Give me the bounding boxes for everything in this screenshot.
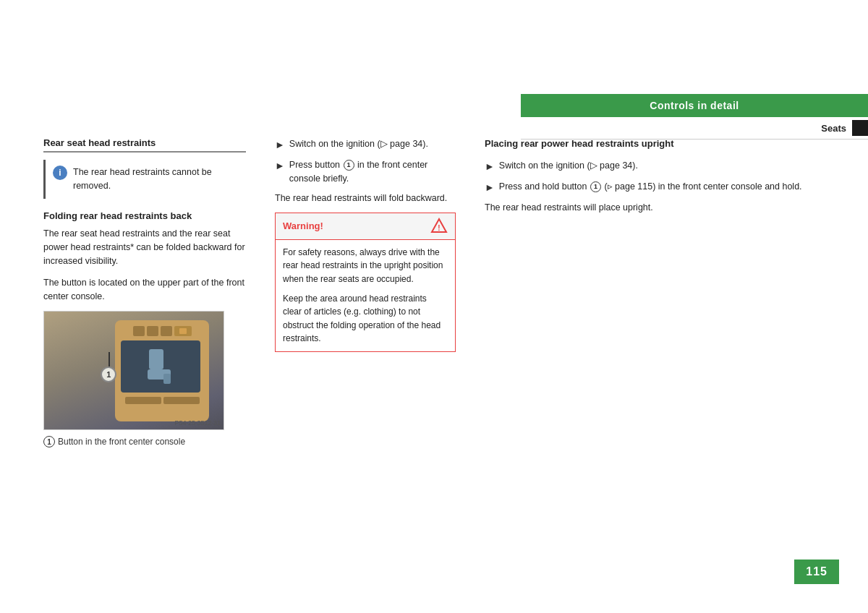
warning-text-2: Keep the area around head restraints cle… [283,292,448,346]
console-image: 1 P54·25·3512·31 [43,311,224,430]
arrow-icon-1: ► [275,137,285,153]
section-title: Rear seat head restraints [43,137,246,153]
warning-header: Warning! ! [276,213,455,240]
warning-title: Warning! [283,220,323,231]
body-text-1: The rear seat head restraints and the re… [43,227,246,269]
svg-rect-0 [149,349,163,369]
middle-bullet-2-text: Press button 1 in the front center conso… [289,158,456,186]
middle-column: ► Switch on the ignition (▷ page 34). ► … [275,137,456,459]
image-caption: 1 Button in the front center console [43,436,246,447]
middle-bullet-1: ► Switch on the ignition (▷ page 34). [275,137,456,153]
console-image-inner: 1 P54·25·3512·31 [44,312,224,429]
left-column: Rear seat head restraints i The rear hea… [43,137,246,459]
controls-in-detail-label: Controls in detail [521,94,868,117]
right-note: The rear head restraints will place upri… [485,201,825,215]
arrow-icon-2: ► [275,158,285,186]
middle-bullet-1-text: Switch on the ignition (▷ page 34). [289,137,428,153]
right-bullet-1: ► Switch on the ignition (▷ page 34). [485,159,825,174]
seats-color-block [852,120,868,136]
main-content: Rear seat head restraints i The rear hea… [0,137,868,459]
right-bullet-2-text: Press and hold button 1 (▹ page 115) in … [499,180,802,195]
button-circle-2: 1 [590,181,601,192]
info-box: i The rear head restraints cannot be rem… [43,160,246,199]
caption-circle-1: 1 [43,436,55,447]
arrow-icon-3: ► [485,159,495,174]
warning-triangle-icon: ! [430,218,448,235]
seats-bar: Seats [521,117,868,140]
warning-body: For safety reasons, always drive with th… [276,240,455,351]
warning-text-1: For safety reasons, always drive with th… [283,246,448,286]
header-bar: Controls in detail Seats [521,94,868,140]
right-column: Placing rear power head restraints uprig… [485,137,825,459]
arrow-icon-4: ► [485,180,495,195]
body-text-2: The button is located on the upper part … [43,276,246,304]
middle-bullet-2: ► Press button 1 in the front center con… [275,158,456,186]
caption-text: Button in the front center console [58,437,185,447]
image-code: P54·25·3512·31 [174,419,221,426]
seats-label: Seats [821,123,846,134]
right-bullet-2: ► Press and hold button 1 (▹ page 115) i… [485,180,825,195]
button-circle-1: 1 [344,160,354,171]
info-icon: i [53,166,67,180]
subsection-title: Folding rear head restraints back [43,210,246,221]
info-text: The rear head restraints cannot be remov… [73,166,239,193]
right-bullet-1-text: Switch on the ignition (▷ page 34). [499,159,638,174]
right-heading: Placing rear power head restraints uprig… [485,137,825,150]
svg-text:!: ! [438,224,440,232]
warning-box: Warning! ! For safety reasons, always dr… [275,213,456,352]
middle-note: The rear head restraints will fold backw… [275,192,456,205]
page-number: 115 [794,560,839,584]
svg-rect-2 [163,374,171,384]
